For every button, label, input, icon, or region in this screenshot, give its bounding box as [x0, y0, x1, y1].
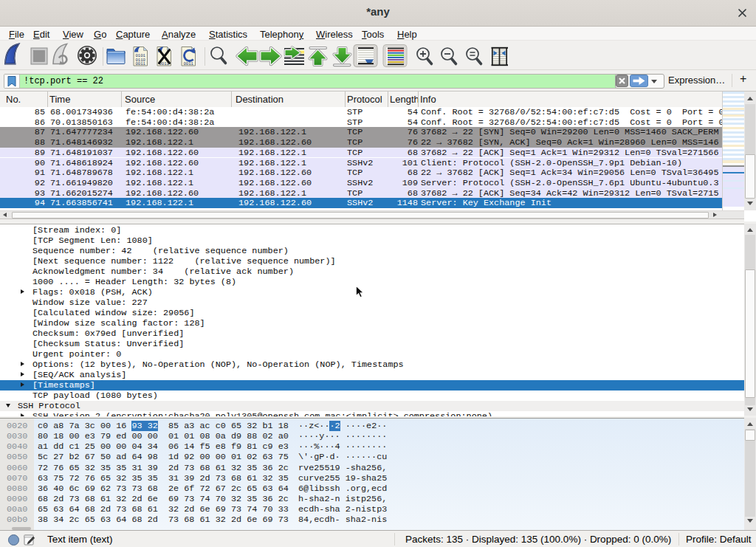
svg-text:0011: 0011 [184, 61, 194, 66]
svg-text:0011: 0011 [136, 61, 146, 66]
